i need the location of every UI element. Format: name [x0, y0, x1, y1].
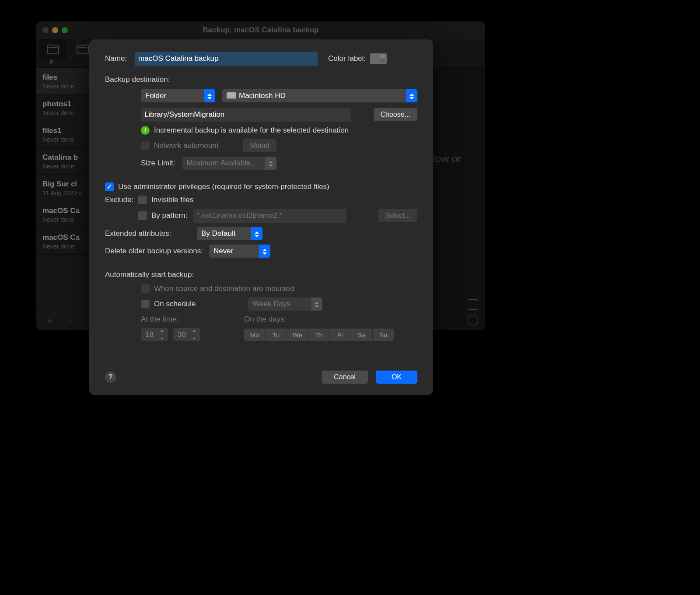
delete-versions-label: Delete older backup versions: — [105, 247, 203, 256]
day-pill-mo: Mo — [244, 329, 265, 341]
size-limit-label: Size Limit: — [141, 159, 175, 168]
ext-attr-row: Extended attributes: By Default — [105, 227, 417, 240]
panel-icon — [47, 45, 59, 54]
color-label: Color label: — [328, 54, 366, 63]
schedule-select: Week Days — [248, 298, 322, 311]
delete-versions-value: Never — [214, 247, 233, 256]
invisible-files-label: Invisible files — [151, 196, 193, 204]
size-limit-row: Size Limit: Maximum Available... — [141, 157, 417, 170]
right-icon-stack — [468, 299, 478, 326]
exclude-row-2: By pattern: Select... — [105, 209, 417, 223]
minute-value: 30 — [178, 330, 186, 339]
admin-priv-row: Use administrator privileges (required f… — [105, 182, 417, 191]
chevron-updown-icon — [251, 227, 262, 240]
stepper-arrows-icon — [160, 330, 166, 340]
choose-button[interactable]: Choose... — [374, 108, 417, 121]
day-pill-fr: Fr — [330, 329, 351, 341]
info-icon: i — [141, 126, 150, 135]
chevron-updown-icon — [259, 245, 270, 258]
time-day-values-row: 18 30 Mo Tu We Th Fr Sa Su — [141, 328, 417, 341]
on-schedule-checkbox[interactable] — [141, 300, 150, 308]
cancel-button[interactable]: Cancel — [322, 371, 368, 384]
tab-label: B — [49, 58, 53, 65]
day-pill-su: Su — [373, 329, 394, 341]
admin-priv-checkbox[interactable] — [105, 182, 114, 191]
when-mounted-checkbox — [141, 284, 150, 293]
at-time-label: At the time: — [141, 315, 178, 324]
day-pill-sa: Sa — [351, 329, 372, 341]
chevron-updown-icon — [265, 157, 276, 170]
backup-settings-dialog: Name: Color label: Backup destination: F… — [89, 39, 433, 395]
size-limit-select: Maximum Available... — [182, 157, 276, 170]
destination-disk-select[interactable]: Macintosh HD — [222, 89, 417, 102]
separator — [105, 176, 417, 176]
on-schedule-label: On schedule — [154, 300, 196, 308]
day-selector: Mo Tu We Th Fr Sa Su — [244, 329, 394, 341]
select-pattern-button: Select... — [378, 209, 417, 222]
remove-button[interactable]: － — [65, 314, 75, 327]
delete-versions-select[interactable]: Never — [209, 245, 270, 258]
destination-type-select[interactable]: Folder — [141, 89, 215, 102]
document-icon[interactable] — [468, 299, 478, 310]
when-mounted-row: When source and destination are mounted — [141, 284, 417, 293]
stepper-arrows-icon — [192, 330, 199, 340]
day-pill-tu: Tu — [266, 329, 287, 341]
admin-priv-label: Use administrator privileges (required f… — [118, 182, 329, 191]
ext-attr-value: By Default — [201, 229, 235, 238]
hour-stepper: 18 — [141, 328, 168, 341]
toolbar-tab-1[interactable] — [39, 39, 67, 60]
panel-icon — [77, 45, 89, 54]
delete-versions-row: Delete older backup versions: Never — [105, 245, 417, 258]
network-automount-checkbox — [141, 141, 150, 150]
destination-path-field[interactable] — [141, 108, 351, 122]
minute-stepper: 30 — [173, 328, 200, 341]
on-schedule-row: On schedule Week Days — [141, 298, 417, 311]
time-day-labels-row: At the time: On the days: — [141, 315, 417, 324]
name-label: Name: — [105, 54, 127, 63]
schedule-value: Week Days — [252, 300, 290, 308]
incremental-message: Incremental backup is available for the … — [154, 126, 349, 135]
dialog-footer: ? Cancel OK — [105, 371, 417, 384]
incremental-info-row: i Incremental backup is available for th… — [141, 126, 417, 135]
by-pattern-label: By pattern: — [151, 211, 187, 220]
name-field[interactable] — [135, 52, 318, 66]
destination-type-row: Folder Macintosh HD — [141, 89, 417, 102]
auto-start-header: Automatically start backup: — [105, 270, 417, 279]
day-pill-we: We — [287, 329, 308, 341]
invisible-files-checkbox[interactable] — [138, 196, 147, 204]
mount-button: Mount — [243, 139, 276, 152]
destination-path-row: Choose... — [141, 108, 417, 122]
exclude-row-1: Exclude: Invisible files — [105, 196, 417, 204]
network-automount-label: Network automount — [154, 141, 218, 150]
separator — [105, 264, 417, 264]
day-pill-th: Th — [308, 329, 329, 341]
window-title: Backup: macOS Catalina backup — [36, 26, 485, 35]
destination-type-value: Folder — [145, 91, 166, 100]
chevron-updown-icon — [311, 298, 322, 311]
pattern-field[interactable] — [193, 209, 346, 223]
ok-button[interactable]: OK — [376, 371, 417, 384]
hour-value: 18 — [145, 330, 154, 339]
color-label-picker[interactable] — [370, 53, 387, 64]
clock-icon[interactable] — [468, 315, 478, 326]
add-button[interactable]: ＋ — [45, 314, 55, 327]
exclude-label: Exclude: — [105, 196, 138, 204]
when-mounted-label: When source and destination are mounted — [154, 284, 294, 293]
help-button[interactable]: ? — [105, 371, 116, 383]
by-pattern-checkbox[interactable] — [138, 211, 147, 220]
name-row: Name: Color label: — [105, 52, 417, 66]
chevron-updown-icon — [406, 89, 417, 102]
destination-disk-value: Macintosh HD — [239, 91, 286, 100]
network-automount-row: Network automount Mount — [141, 139, 417, 152]
titlebar: Backup: macOS Catalina backup — [36, 21, 485, 39]
disk-icon — [227, 92, 236, 99]
on-days-label: On the days: — [244, 315, 286, 324]
destination-header: Backup destination: — [105, 75, 417, 84]
chevron-updown-icon — [204, 89, 215, 102]
ext-attr-select[interactable]: By Default — [197, 227, 262, 240]
size-limit-value: Maximum Available... — [186, 159, 256, 168]
